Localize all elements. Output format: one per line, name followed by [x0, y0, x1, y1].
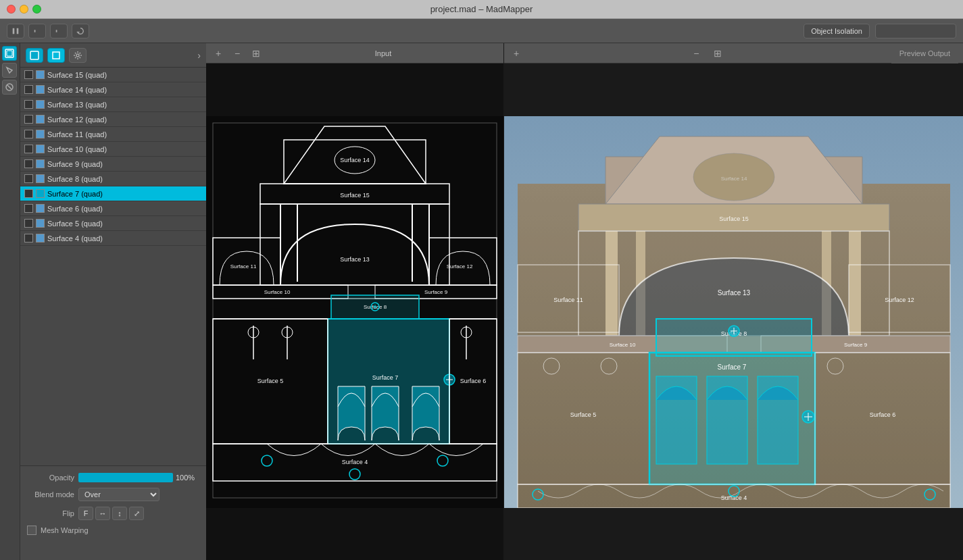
mask-tool-button[interactable]: [2, 80, 17, 95]
toolbar-left: [7, 24, 89, 39]
left-panel: › Surface 15 (quad) Surface 14 (quad) Su…: [0, 43, 206, 560]
surface-list: Surface 15 (quad) Surface 14 (quad) Surf…: [20, 68, 206, 465]
surface-color-12: [36, 115, 45, 124]
preview-add-button[interactable]: +: [510, 47, 523, 60]
surface-name-7: Surface 7 (quad): [47, 190, 103, 198]
surface-item-8[interactable]: Surface 8 (quad): [20, 172, 206, 186]
input-panel-header: + − ⊞ Input: [206, 43, 503, 63]
stop-button[interactable]: [28, 24, 46, 39]
svg-rect-8: [30, 51, 39, 59]
svg-text:Surface 7: Surface 7: [718, 363, 747, 371]
svg-marker-13: [284, 126, 426, 184]
surface-item-5[interactable]: Surface 5 (quad): [20, 216, 206, 231]
surface-color-6: [36, 204, 45, 213]
svg-rect-1: [17, 28, 19, 34]
input-canvas[interactable]: Surface 14 Surface 15 Surface 13: [206, 63, 503, 560]
window-controls: [7, 5, 41, 14]
preview-panel-header: + − ⊞ Preview Output: [504, 43, 963, 63]
opacity-slider[interactable]: [78, 473, 173, 482]
preview-panel: + − ⊞ Preview Output: [504, 43, 963, 560]
svg-rect-24: [213, 238, 280, 285]
svg-text:Surface 4: Surface 4: [721, 494, 747, 501]
mesh-warp-label: Mesh Warping: [41, 526, 89, 534]
surface-name-8: Surface 8 (quad): [47, 175, 103, 183]
settings-button[interactable]: [69, 48, 87, 63]
step-button[interactable]: [50, 24, 68, 39]
reload-button[interactable]: [72, 24, 89, 39]
surface-checkbox-9[interactable]: [24, 159, 33, 168]
mesh-warp-row: Mesh Warping: [27, 526, 199, 535]
svg-rect-26: [429, 238, 497, 285]
flip-d-button[interactable]: ⤢: [129, 507, 144, 520]
add-surface-button[interactable]: [26, 48, 43, 63]
svg-text:Surface 6: Surface 6: [870, 411, 896, 418]
mesh-warp-checkbox[interactable]: [27, 526, 36, 535]
toolbar-right: Object Isolation: [804, 24, 956, 39]
surface-item-6[interactable]: Surface 6 (quad): [20, 201, 206, 216]
collapse-button[interactable]: ›: [197, 50, 201, 61]
minimize-button[interactable]: [20, 5, 28, 14]
surface-color-5: [36, 219, 45, 228]
object-isolation-button[interactable]: Object Isolation: [804, 24, 870, 39]
surface-name-11: Surface 11 (quad): [47, 130, 107, 138]
flip-buttons: F ↔ ↕ ⤢: [78, 507, 144, 520]
flip-f-button[interactable]: F: [78, 507, 93, 520]
surface-color-13: [36, 100, 45, 109]
surface-checkbox-8[interactable]: [24, 174, 33, 183]
surface-checkbox-15[interactable]: [24, 70, 33, 79]
transform-tool-button[interactable]: [2, 63, 17, 78]
surface-item-11[interactable]: Surface 11 (quad): [20, 127, 206, 142]
surface-item-9[interactable]: Surface 9 (quad): [20, 157, 206, 172]
surface-item-10[interactable]: Surface 10 (quad): [20, 142, 206, 157]
left-icon-strip: [0, 43, 20, 560]
preview-canvas[interactable]: Surface 14 Surface 15 Surface 13: [504, 63, 963, 560]
surface-checkbox-7[interactable]: [24, 189, 33, 198]
svg-rect-68: [606, 231, 618, 339]
surface-item-12[interactable]: Surface 12 (quad): [20, 112, 206, 127]
svg-rect-9: [53, 52, 59, 59]
input-expand-button[interactable]: ⊞: [249, 47, 263, 60]
input-remove-button[interactable]: −: [230, 47, 244, 60]
svg-rect-22: [260, 204, 449, 285]
pause-button[interactable]: [7, 24, 24, 39]
surface-item-14[interactable]: Surface 14 (quad): [20, 82, 206, 97]
flip-v-button[interactable]: ↕: [112, 507, 127, 520]
quad-surface-button[interactable]: [47, 48, 65, 63]
close-button[interactable]: [7, 5, 16, 14]
surface-item-13[interactable]: Surface 13 (quad): [20, 97, 206, 112]
svg-text:Surface 11: Surface 11: [230, 263, 257, 270]
surface-color-15: [36, 70, 45, 79]
surface-checkbox-12[interactable]: [24, 115, 33, 124]
surface-item-7[interactable]: Surface 7 (quad): [20, 186, 206, 201]
blend-mode-select[interactable]: Over Add Multiply Screen: [78, 488, 159, 501]
surface-checkbox-4[interactable]: [24, 234, 33, 243]
surface-item-15[interactable]: Surface 15 (quad): [20, 68, 206, 82]
cursor-tool-button[interactable]: [2, 46, 17, 61]
preview-expand-button[interactable]: ⊞: [711, 47, 724, 60]
flip-label: Flip: [27, 509, 74, 517]
top-toolbar: Object Isolation: [0, 19, 963, 43]
svg-text:Surface 9: Surface 9: [424, 289, 448, 295]
surface-color-11: [36, 130, 45, 138]
surface-checkbox-11[interactable]: [24, 130, 33, 138]
surface-checkbox-14[interactable]: [24, 85, 33, 94]
svg-text:Surface 9: Surface 9: [844, 342, 868, 348]
surface-color-10: [36, 145, 45, 153]
object-isolation-dropdown[interactable]: [875, 24, 956, 39]
surface-item-4[interactable]: Surface 4 (quad): [20, 231, 206, 246]
surface-color-4: [36, 234, 45, 243]
opacity-value: 100%: [176, 474, 199, 482]
preview-remove-button[interactable]: −: [689, 47, 703, 60]
maximize-button[interactable]: [32, 5, 41, 14]
surface-checkbox-13[interactable]: [24, 100, 33, 109]
svg-rect-71: [849, 231, 861, 339]
surface-checkbox-5[interactable]: [24, 219, 33, 228]
flip-h-button[interactable]: ↔: [95, 507, 110, 520]
svg-text:Surface 15: Surface 15: [340, 192, 370, 199]
surface-checkbox-10[interactable]: [24, 145, 33, 153]
svg-text:Surface 5: Surface 5: [257, 378, 284, 384]
svg-text:Surface 12: Surface 12: [885, 297, 914, 303]
input-add-button[interactable]: +: [212, 47, 225, 60]
surface-checkbox-6[interactable]: [24, 204, 33, 213]
svg-rect-83: [656, 319, 812, 356]
